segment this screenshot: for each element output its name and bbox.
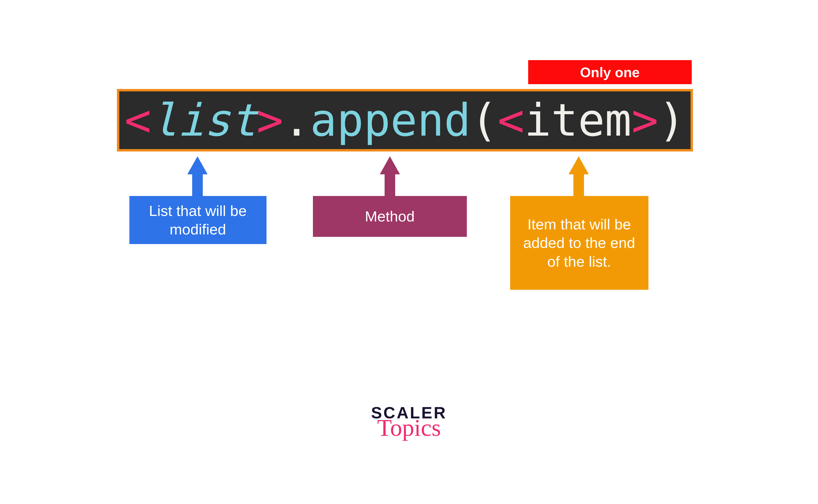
dot-operator: .: [283, 98, 310, 143]
angle-close-1: >: [256, 98, 283, 143]
logo-line2: Topics: [371, 414, 447, 441]
angle-open-1: <: [124, 98, 151, 143]
label-item-text: Item that will be added to the end of th…: [519, 215, 640, 271]
angle-close-2: >: [632, 98, 658, 143]
only-one-text: Only one: [580, 64, 640, 80]
label-list-text: List that will be modified: [138, 202, 258, 239]
method-name: append: [310, 98, 471, 143]
item-identifier: item: [524, 98, 632, 143]
label-item-box: Item that will be added to the end of th…: [510, 196, 648, 290]
only-one-badge: Only one: [528, 60, 692, 84]
brand-logo: SCALER Topics: [371, 403, 447, 441]
label-list-box: List that will be modified: [129, 196, 266, 244]
paren-close: ): [658, 98, 685, 143]
label-method-box: Method: [313, 196, 467, 237]
paren-open: (: [471, 98, 497, 143]
angle-open-2: <: [498, 98, 524, 143]
list-identifier: list: [151, 98, 257, 143]
diagram-canvas: Only one <list>.append(<item>) List that…: [48, 0, 770, 504]
code-bar: <list>.append(<item>): [117, 89, 693, 151]
label-method-text: Method: [365, 207, 415, 226]
